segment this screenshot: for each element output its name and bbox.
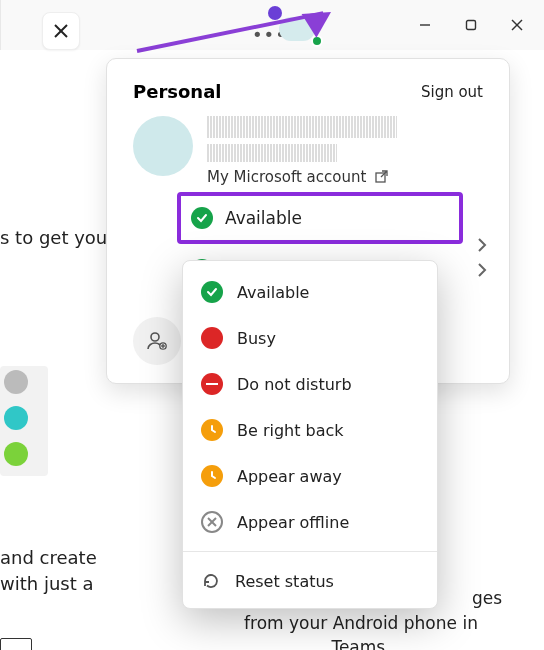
status-option-avail[interactable]: Available xyxy=(183,269,437,315)
status-option-offline[interactable]: Appear offline xyxy=(183,499,437,545)
status-option-away[interactable]: Appear away xyxy=(183,453,437,499)
status-selector[interactable]: Available xyxy=(179,194,461,242)
profile-info: My Microsoft account xyxy=(207,116,397,186)
add-account-button[interactable] xyxy=(133,317,181,365)
status-option-dnd[interactable]: Do not disturb xyxy=(183,361,437,407)
bg-line: and create xyxy=(0,545,97,571)
svg-rect-11 xyxy=(206,383,218,385)
status-option-busy[interactable]: Busy xyxy=(183,315,437,361)
svg-point-7 xyxy=(151,333,159,341)
redacted-email xyxy=(207,144,337,162)
reset-icon xyxy=(201,571,221,591)
status-option-label: Appear offline xyxy=(237,513,349,532)
maximize-button[interactable] xyxy=(448,5,494,45)
background-text-2: and create with just a xyxy=(0,545,97,597)
chevron-right-icon xyxy=(477,262,487,278)
status-option-label: Be right back xyxy=(237,421,344,440)
add-account-icon xyxy=(146,330,168,352)
status-option-label: Available xyxy=(237,283,309,302)
minimize-button[interactable] xyxy=(402,5,448,45)
status-option-label: Appear away xyxy=(237,467,342,486)
bg-line: with just a xyxy=(0,571,97,597)
tab-close-button[interactable] xyxy=(42,12,80,50)
status-dropdown: AvailableBusyDo not disturbBe right back… xyxy=(182,260,438,609)
reset-status-item[interactable]: Reset status xyxy=(183,558,437,604)
tail-line: from your Android phone in xyxy=(244,613,478,633)
status-option-label: Busy xyxy=(237,329,276,348)
external-link-icon xyxy=(374,170,388,184)
annotation-dot xyxy=(268,6,282,20)
status-option-away[interactable]: Be right back xyxy=(183,407,437,453)
ms-account-link[interactable]: My Microsoft account xyxy=(207,168,397,186)
redacted-name xyxy=(207,116,397,138)
panel-title: Personal xyxy=(133,81,222,102)
reset-status-label: Reset status xyxy=(235,572,334,591)
status-label: Available xyxy=(225,208,302,228)
dropdown-separator xyxy=(183,551,437,552)
tail-line: Teams. xyxy=(331,637,390,650)
status-option-label: Do not disturb xyxy=(237,375,352,394)
close-window-button[interactable] xyxy=(494,5,540,45)
ms-account-label: My Microsoft account xyxy=(207,168,366,186)
background-thumbnail xyxy=(0,366,48,476)
svg-rect-1 xyxy=(467,21,476,30)
signout-link[interactable]: Sign out xyxy=(421,83,483,101)
avatar[interactable] xyxy=(133,116,193,176)
available-icon xyxy=(191,207,213,229)
background-button-fragment xyxy=(0,638,32,650)
